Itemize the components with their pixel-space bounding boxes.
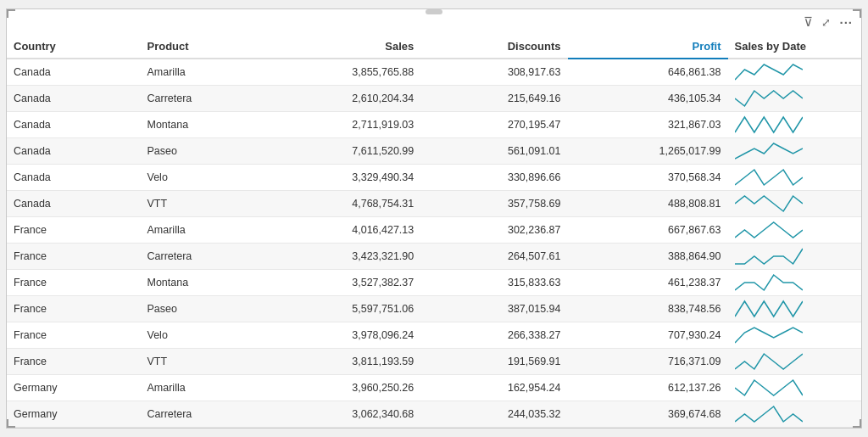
table-row: Canada Montana 2,711,919.03 270,195.47 3… <box>7 112 861 138</box>
cell-sparkline <box>728 270 862 296</box>
scroll-container[interactable]: Country Product Sales Discounts Profit S… <box>7 35 861 428</box>
cell-country: Canada <box>7 191 141 217</box>
cell-sparkline <box>728 322 862 349</box>
cell-discounts: 330,896.66 <box>420 165 567 191</box>
cell-discounts: 264,507.61 <box>420 244 567 270</box>
resize-corner-br[interactable] <box>853 419 861 428</box>
cell-country: Canada <box>7 59 141 86</box>
cell-sales: 7,611,520.99 <box>260 138 420 165</box>
cell-profit: 716,371.09 <box>568 349 728 375</box>
cell-profit: 1,265,017.99 <box>568 138 728 165</box>
cell-sales: 2,711,919.03 <box>260 112 420 138</box>
cell-country: France <box>7 322 141 349</box>
resize-corner-tr[interactable] <box>853 9 861 18</box>
cell-sparkline <box>728 112 862 138</box>
cell-sales: 3,062,340.68 <box>260 401 420 428</box>
cell-discounts: 302,236.87 <box>420 217 567 244</box>
cell-profit: 369,674.68 <box>568 401 728 428</box>
filter-icon[interactable]: ⊽ <box>804 14 813 30</box>
resize-corner-bl[interactable] <box>7 419 15 428</box>
cell-product: VTT <box>141 349 261 375</box>
col-header-product[interactable]: Product <box>141 35 261 59</box>
cell-sparkline <box>728 138 862 165</box>
cell-discounts: 387,015.94 <box>420 296 567 322</box>
cell-country: Germany <box>7 428 141 429</box>
cell-country: France <box>7 270 141 296</box>
cell-sparkline <box>728 349 862 375</box>
data-table: Country Product Sales Discounts Profit S… <box>7 35 861 428</box>
cell-sparkline <box>728 244 862 270</box>
table-row: Canada VTT 4,768,754.31 357,758.69 488,8… <box>7 191 861 217</box>
cell-profit: 461,238.37 <box>568 270 728 296</box>
table-row: France Montana 3,527,382.37 315,833.63 4… <box>7 270 861 296</box>
cell-country: France <box>7 244 141 270</box>
cell-product: Paseo <box>141 296 261 322</box>
cell-product: Amarilla <box>141 375 261 401</box>
cell-discounts: 162,954.24 <box>420 375 567 401</box>
table-body: Canada Amarilla 3,855,765.88 308,917.63 … <box>7 59 861 428</box>
table-row: France Amarilla 4,016,427.13 302,236.87 … <box>7 217 861 244</box>
table-row: France VTT 3,811,193.59 191,569.91 716,3… <box>7 349 861 375</box>
cell-discounts: 215,649.16 <box>420 86 567 112</box>
table-row: France Paseo 5,597,751.06 387,015.94 838… <box>7 296 861 322</box>
cell-product: Carretera <box>141 244 261 270</box>
cell-discounts: 270,195.47 <box>420 112 567 138</box>
col-header-discounts[interactable]: Discounts <box>420 35 567 59</box>
cell-sales: 4,016,427.13 <box>260 217 420 244</box>
table-row: France Velo 3,978,096.24 266,338.27 707,… <box>7 322 861 349</box>
table-row: Germany Amarilla 3,960,250.26 162,954.24… <box>7 375 861 401</box>
cell-profit: 388,864.90 <box>568 244 728 270</box>
cell-sparkline <box>728 217 862 244</box>
expand-icon[interactable]: ⤢ <box>821 16 831 29</box>
more-options-icon[interactable]: ··· <box>839 15 853 30</box>
cell-discounts: 315,833.63 <box>420 270 567 296</box>
cell-sales: 5,597,751.06 <box>260 296 420 322</box>
cell-profit: 488,808.81 <box>568 191 728 217</box>
cell-sales: 3,978,096.24 <box>260 322 420 349</box>
col-header-sparkline[interactable]: Sales by Date <box>728 35 862 59</box>
table-row: Canada Carretera 2,610,204.34 215,649.16… <box>7 86 861 112</box>
cell-product: Montana <box>141 270 261 296</box>
cell-discounts: 244,035.32 <box>420 401 567 428</box>
cell-product: Carretera <box>141 401 261 428</box>
cell-profit: 612,137.26 <box>568 375 728 401</box>
cell-country: Germany <box>7 401 141 428</box>
col-header-sales[interactable]: Sales <box>260 35 420 59</box>
cell-product: Velo <box>141 322 261 349</box>
col-header-profit[interactable]: Profit <box>568 35 728 59</box>
cell-sales: 3,960,250.26 <box>260 375 420 401</box>
cell-sparkline <box>728 59 862 86</box>
cell-product: Paseo <box>141 138 261 165</box>
data-table-container: ⊽ ⤢ ··· Country Product Sales Discounts … <box>6 8 862 429</box>
cell-sparkline <box>728 428 862 429</box>
cell-discounts: 266,338.27 <box>420 322 567 349</box>
cell-discounts: 308,917.63 <box>420 59 567 86</box>
cell-product: Velo <box>141 165 261 191</box>
cell-sales: 3,855,765.88 <box>260 59 420 86</box>
cell-country: Canada <box>7 138 141 165</box>
cell-country: Canada <box>7 112 141 138</box>
cell-profit: 838,748.56 <box>568 296 728 322</box>
header-row: Country Product Sales Discounts Profit S… <box>7 35 861 59</box>
cell-sparkline <box>728 296 862 322</box>
resize-corner-tl[interactable] <box>7 9 15 18</box>
cell-product: Montana <box>141 428 261 429</box>
cell-sales: 3,423,321.90 <box>260 244 420 270</box>
table-row: Canada Paseo 7,611,520.99 561,091.01 1,2… <box>7 138 861 165</box>
cell-product: Montana <box>141 112 261 138</box>
cell-discounts: 191,569.91 <box>420 349 567 375</box>
table-wrapper: Country Product Sales Discounts Profit S… <box>7 35 861 428</box>
col-header-country[interactable]: Country <box>7 35 141 59</box>
table-row: Germany Carretera 3,062,340.68 244,035.3… <box>7 401 861 428</box>
cell-profit: 436,105.34 <box>568 86 728 112</box>
cell-sales: 3,811,193.59 <box>260 349 420 375</box>
cell-profit: 707,930.24 <box>568 322 728 349</box>
cell-discounts: 357,758.69 <box>420 191 567 217</box>
cell-sales: 3,566,044.37 <box>260 428 420 429</box>
table-row: Canada Velo 3,329,490.34 330,896.66 370,… <box>7 165 861 191</box>
cell-product: VTT <box>141 191 261 217</box>
cell-country: France <box>7 217 141 244</box>
cell-profit: 370,568.34 <box>568 165 728 191</box>
cell-sparkline <box>728 86 862 112</box>
drag-handle[interactable] <box>426 9 442 14</box>
